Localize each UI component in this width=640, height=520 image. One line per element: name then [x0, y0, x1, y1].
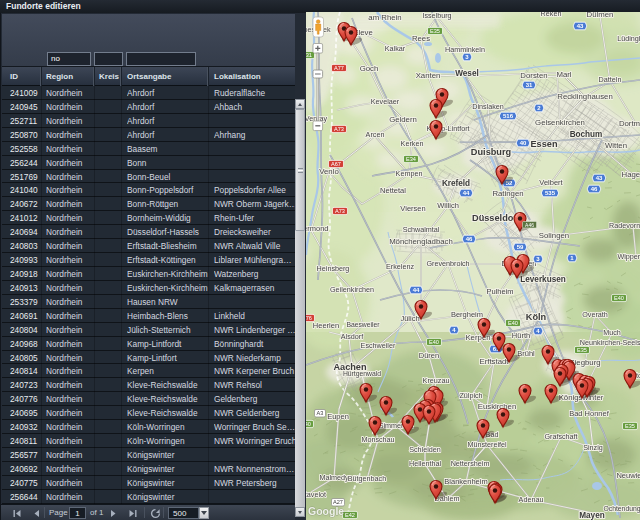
- svg-text:44: 44: [413, 287, 420, 293]
- svg-text:Much: Much: [603, 328, 621, 337]
- svg-text:Münstereifel: Münstereifel: [467, 440, 507, 449]
- svg-text:Arcen: Arcen: [366, 130, 385, 139]
- svg-text:Kevelaer: Kevelaer: [371, 97, 400, 106]
- svg-text:Lüdinghau: Lüdinghau: [617, 34, 640, 43]
- svg-text:A46: A46: [525, 222, 534, 228]
- svg-text:Solingen: Solingen: [539, 231, 569, 240]
- svg-text:46: 46: [591, 186, 598, 192]
- svg-text:Ochtendung: Ochtendung: [603, 505, 640, 513]
- svg-text:Viersen: Viersen: [400, 204, 425, 213]
- svg-text:Bad Honnef: Bad Honnef: [569, 409, 610, 418]
- svg-text:Google: Google: [308, 505, 344, 517]
- svg-text:Monschau: Monschau: [361, 435, 394, 444]
- svg-text:Essen: Essen: [530, 139, 557, 149]
- svg-text:Hamminkeln: Hamminkeln: [445, 45, 485, 54]
- svg-text:Bütgenbach: Bütgenbach: [348, 474, 386, 483]
- svg-text:Hürtgenwald: Hürtgenwald: [343, 370, 381, 378]
- svg-text:Hellenthal: Hellenthal: [409, 459, 441, 468]
- svg-text:Duisburg: Duisburg: [471, 147, 511, 157]
- svg-text:31: 31: [526, 82, 533, 88]
- svg-text:Eupen: Eupen: [327, 412, 349, 421]
- svg-text:Erkelenz: Erkelenz: [386, 262, 414, 271]
- svg-text:Dülmen: Dülmen: [587, 12, 614, 19]
- svg-text:46: 46: [466, 236, 473, 242]
- svg-text:Stavelot: Stavelot: [306, 490, 326, 499]
- svg-text:Neuwied: Neuwied: [616, 471, 640, 480]
- svg-text:Velbert: Velbert: [539, 178, 563, 187]
- svg-text:Hagen: Hagen: [622, 170, 640, 179]
- svg-text:Bochum: Bochum: [570, 130, 603, 139]
- svg-text:44: 44: [463, 190, 470, 196]
- svg-text:A73: A73: [335, 208, 345, 214]
- svg-text:Heinsberg: Heinsberg: [317, 264, 350, 273]
- svg-text:Krefeld: Krefeld: [442, 179, 470, 188]
- svg-text:Adenau: Adenau: [519, 495, 544, 504]
- svg-text:E34: E34: [406, 156, 416, 162]
- svg-text:Euskirchen: Euskirchen: [478, 402, 517, 411]
- svg-text:Düren: Düren: [419, 351, 439, 360]
- svg-text:E40: E40: [614, 295, 624, 301]
- svg-text:E40: E40: [508, 320, 518, 326]
- svg-text:Geilenkirchen: Geilenkirchen: [330, 285, 374, 294]
- svg-text:Wesel: Wesel: [455, 69, 479, 78]
- svg-text:Bergheim: Bergheim: [451, 310, 483, 319]
- svg-text:Datteln: Datteln: [599, 75, 622, 84]
- svg-text:E35: E35: [577, 347, 587, 353]
- svg-text:Kalkar: Kalkar: [385, 44, 406, 53]
- svg-text:Dortmund: Dortmund: [619, 119, 640, 128]
- svg-text:A3: A3: [317, 410, 324, 416]
- svg-text:E40: E40: [429, 339, 439, 345]
- svg-text:E42: E42: [345, 512, 355, 518]
- svg-text:Hürth: Hürth: [512, 331, 530, 340]
- svg-text:Gelsenkirchen: Gelsenkirchen: [535, 118, 585, 127]
- svg-text:Marl: Marl: [556, 70, 571, 79]
- svg-text:Neunkirchen-Seelsch: Neunkirchen-Seelsch: [580, 338, 640, 347]
- svg-text:Baesweiler: Baesweiler: [346, 321, 380, 328]
- svg-text:Zülpich: Zülpich: [459, 391, 482, 400]
- svg-text:535: 535: [545, 190, 556, 196]
- svg-text:43: 43: [577, 23, 584, 29]
- svg-text:Dorsten: Dorsten: [520, 71, 547, 80]
- svg-text:A73: A73: [334, 126, 344, 132]
- svg-text:Dinslaken: Dinslaken: [472, 102, 504, 111]
- svg-text:Kerken: Kerken: [401, 139, 424, 148]
- svg-text:Jülich: Jülich: [400, 314, 419, 323]
- svg-text:E35: E35: [625, 423, 635, 429]
- svg-text:Overath: Overath: [582, 310, 608, 319]
- svg-text:Köln: Köln: [526, 312, 547, 322]
- svg-text:Rees: Rees: [412, 34, 430, 43]
- svg-text:A76: A76: [306, 315, 312, 321]
- svg-text:Willich: Willich: [437, 201, 459, 210]
- svg-text:A67: A67: [331, 161, 341, 167]
- svg-text:Goch: Goch: [360, 64, 379, 73]
- svg-text:Xanten: Xanten: [416, 71, 441, 80]
- svg-text:Eschweiler: Eschweiler: [361, 341, 396, 350]
- svg-text:Alsdorf: Alsdorf: [341, 332, 363, 341]
- svg-text:Schwalmtal: Schwalmtal: [403, 225, 440, 234]
- svg-text:Grevenbroich: Grevenbroich: [426, 259, 469, 268]
- svg-text:Blankenheim: Blankenheim: [444, 477, 487, 486]
- svg-text:Heerlen: Heerlen: [313, 321, 339, 330]
- svg-text:Radevormwald: Radevormwald: [609, 221, 640, 230]
- svg-text:Grafschaft: Grafschaft: [544, 432, 577, 441]
- svg-text:43: 43: [596, 175, 603, 181]
- svg-text:Pulheim: Pulheim: [486, 287, 513, 296]
- svg-text:Wipperfürth: Wipperfürth: [617, 252, 640, 261]
- svg-text:Nettetal: Nettetal: [380, 186, 406, 195]
- svg-text:Isselburg: Isselburg: [422, 12, 451, 20]
- svg-text:Reken: Reken: [541, 12, 562, 18]
- svg-text:Recklinghausen: Recklinghausen: [557, 92, 612, 101]
- svg-text:Kreuzau: Kreuzau: [423, 376, 450, 385]
- svg-text:Roermond: Roermond: [306, 224, 329, 233]
- svg-text:Erftstadt: Erftstadt: [479, 357, 509, 366]
- svg-text:Geldern: Geldern: [389, 115, 417, 124]
- svg-text:40: 40: [520, 140, 527, 146]
- svg-text:Ratingen: Ratingen: [492, 189, 523, 198]
- svg-text:Venlo: Venlo: [319, 167, 339, 176]
- svg-text:Leverkusen: Leverkusen: [520, 275, 566, 284]
- svg-text:E40: E40: [306, 421, 311, 427]
- svg-text:am Rhein: am Rhein: [368, 13, 401, 22]
- svg-text:Mönchengladbach: Mönchengladbach: [389, 237, 453, 246]
- svg-text:Schleiden: Schleiden: [409, 445, 441, 454]
- svg-text:Kempen: Kempen: [396, 169, 423, 178]
